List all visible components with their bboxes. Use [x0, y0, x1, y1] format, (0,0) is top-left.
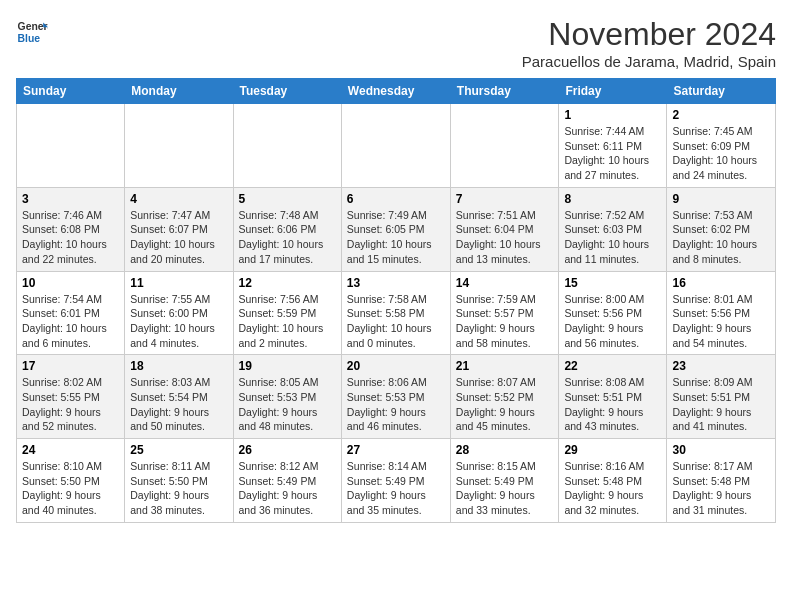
calendar-cell: 3Sunrise: 7:46 AM Sunset: 6:08 PM Daylig…: [17, 187, 125, 271]
day-info: Sunrise: 8:00 AM Sunset: 5:56 PM Dayligh…: [564, 292, 661, 351]
day-info: Sunrise: 7:44 AM Sunset: 6:11 PM Dayligh…: [564, 124, 661, 183]
day-number: 24: [22, 443, 119, 457]
day-number: 5: [239, 192, 336, 206]
weekday-header-monday: Monday: [125, 79, 233, 104]
calendar-cell: 25Sunrise: 8:11 AM Sunset: 5:50 PM Dayli…: [125, 439, 233, 523]
day-info: Sunrise: 7:59 AM Sunset: 5:57 PM Dayligh…: [456, 292, 554, 351]
day-info: Sunrise: 8:07 AM Sunset: 5:52 PM Dayligh…: [456, 375, 554, 434]
day-number: 8: [564, 192, 661, 206]
calendar-cell: 20Sunrise: 8:06 AM Sunset: 5:53 PM Dayli…: [341, 355, 450, 439]
weekday-header-saturday: Saturday: [667, 79, 776, 104]
weekday-header-tuesday: Tuesday: [233, 79, 341, 104]
calendar-cell: [341, 104, 450, 188]
logo-icon: General Blue: [16, 16, 48, 48]
day-number: 27: [347, 443, 445, 457]
day-number: 30: [672, 443, 770, 457]
day-info: Sunrise: 8:15 AM Sunset: 5:49 PM Dayligh…: [456, 459, 554, 518]
calendar-table: SundayMondayTuesdayWednesdayThursdayFrid…: [16, 78, 776, 523]
day-number: 19: [239, 359, 336, 373]
day-info: Sunrise: 7:58 AM Sunset: 5:58 PM Dayligh…: [347, 292, 445, 351]
calendar-cell: 30Sunrise: 8:17 AM Sunset: 5:48 PM Dayli…: [667, 439, 776, 523]
day-number: 10: [22, 276, 119, 290]
calendar-cell: 23Sunrise: 8:09 AM Sunset: 5:51 PM Dayli…: [667, 355, 776, 439]
calendar-cell: 2Sunrise: 7:45 AM Sunset: 6:09 PM Daylig…: [667, 104, 776, 188]
day-number: 2: [672, 108, 770, 122]
day-info: Sunrise: 8:10 AM Sunset: 5:50 PM Dayligh…: [22, 459, 119, 518]
day-info: Sunrise: 7:47 AM Sunset: 6:07 PM Dayligh…: [130, 208, 227, 267]
day-info: Sunrise: 8:12 AM Sunset: 5:49 PM Dayligh…: [239, 459, 336, 518]
calendar-week-row: 24Sunrise: 8:10 AM Sunset: 5:50 PM Dayli…: [17, 439, 776, 523]
day-info: Sunrise: 8:05 AM Sunset: 5:53 PM Dayligh…: [239, 375, 336, 434]
day-number: 18: [130, 359, 227, 373]
calendar-cell: [17, 104, 125, 188]
calendar-cell: 14Sunrise: 7:59 AM Sunset: 5:57 PM Dayli…: [450, 271, 559, 355]
day-number: 11: [130, 276, 227, 290]
day-info: Sunrise: 8:02 AM Sunset: 5:55 PM Dayligh…: [22, 375, 119, 434]
calendar-cell: 22Sunrise: 8:08 AM Sunset: 5:51 PM Dayli…: [559, 355, 667, 439]
day-info: Sunrise: 8:08 AM Sunset: 5:51 PM Dayligh…: [564, 375, 661, 434]
day-info: Sunrise: 7:52 AM Sunset: 6:03 PM Dayligh…: [564, 208, 661, 267]
page-header: General Blue November 2024 Paracuellos d…: [16, 16, 776, 70]
day-number: 17: [22, 359, 119, 373]
day-number: 6: [347, 192, 445, 206]
day-number: 7: [456, 192, 554, 206]
calendar-cell: 28Sunrise: 8:15 AM Sunset: 5:49 PM Dayli…: [450, 439, 559, 523]
calendar-cell: 1Sunrise: 7:44 AM Sunset: 6:11 PM Daylig…: [559, 104, 667, 188]
calendar-cell: [125, 104, 233, 188]
calendar-cell: [450, 104, 559, 188]
day-number: 15: [564, 276, 661, 290]
calendar-week-row: 10Sunrise: 7:54 AM Sunset: 6:01 PM Dayli…: [17, 271, 776, 355]
day-info: Sunrise: 7:46 AM Sunset: 6:08 PM Dayligh…: [22, 208, 119, 267]
calendar-cell: 26Sunrise: 8:12 AM Sunset: 5:49 PM Dayli…: [233, 439, 341, 523]
svg-text:Blue: Blue: [18, 33, 41, 44]
weekday-header-sunday: Sunday: [17, 79, 125, 104]
logo: General Blue: [16, 16, 48, 48]
day-info: Sunrise: 8:06 AM Sunset: 5:53 PM Dayligh…: [347, 375, 445, 434]
calendar-cell: 12Sunrise: 7:56 AM Sunset: 5:59 PM Dayli…: [233, 271, 341, 355]
calendar-cell: 16Sunrise: 8:01 AM Sunset: 5:56 PM Dayli…: [667, 271, 776, 355]
calendar-week-row: 1Sunrise: 7:44 AM Sunset: 6:11 PM Daylig…: [17, 104, 776, 188]
calendar-cell: 7Sunrise: 7:51 AM Sunset: 6:04 PM Daylig…: [450, 187, 559, 271]
day-number: 3: [22, 192, 119, 206]
calendar-cell: 4Sunrise: 7:47 AM Sunset: 6:07 PM Daylig…: [125, 187, 233, 271]
calendar-cell: 15Sunrise: 8:00 AM Sunset: 5:56 PM Dayli…: [559, 271, 667, 355]
calendar-week-row: 3Sunrise: 7:46 AM Sunset: 6:08 PM Daylig…: [17, 187, 776, 271]
day-number: 22: [564, 359, 661, 373]
title-block: November 2024 Paracuellos de Jarama, Mad…: [522, 16, 776, 70]
calendar-cell: 29Sunrise: 8:16 AM Sunset: 5:48 PM Dayli…: [559, 439, 667, 523]
calendar-cell: 13Sunrise: 7:58 AM Sunset: 5:58 PM Dayli…: [341, 271, 450, 355]
calendar-cell: 11Sunrise: 7:55 AM Sunset: 6:00 PM Dayli…: [125, 271, 233, 355]
day-number: 26: [239, 443, 336, 457]
day-number: 14: [456, 276, 554, 290]
day-number: 1: [564, 108, 661, 122]
weekday-header-friday: Friday: [559, 79, 667, 104]
day-info: Sunrise: 7:48 AM Sunset: 6:06 PM Dayligh…: [239, 208, 336, 267]
calendar-cell: 6Sunrise: 7:49 AM Sunset: 6:05 PM Daylig…: [341, 187, 450, 271]
calendar-cell: [233, 104, 341, 188]
calendar-cell: 10Sunrise: 7:54 AM Sunset: 6:01 PM Dayli…: [17, 271, 125, 355]
calendar-cell: 24Sunrise: 8:10 AM Sunset: 5:50 PM Dayli…: [17, 439, 125, 523]
day-info: Sunrise: 7:51 AM Sunset: 6:04 PM Dayligh…: [456, 208, 554, 267]
calendar-cell: 21Sunrise: 8:07 AM Sunset: 5:52 PM Dayli…: [450, 355, 559, 439]
day-info: Sunrise: 7:54 AM Sunset: 6:01 PM Dayligh…: [22, 292, 119, 351]
day-info: Sunrise: 8:14 AM Sunset: 5:49 PM Dayligh…: [347, 459, 445, 518]
weekday-header-row: SundayMondayTuesdayWednesdayThursdayFrid…: [17, 79, 776, 104]
weekday-header-wednesday: Wednesday: [341, 79, 450, 104]
location-subtitle: Paracuellos de Jarama, Madrid, Spain: [522, 53, 776, 70]
day-number: 12: [239, 276, 336, 290]
calendar-cell: 27Sunrise: 8:14 AM Sunset: 5:49 PM Dayli…: [341, 439, 450, 523]
day-number: 13: [347, 276, 445, 290]
day-number: 16: [672, 276, 770, 290]
day-info: Sunrise: 7:45 AM Sunset: 6:09 PM Dayligh…: [672, 124, 770, 183]
day-info: Sunrise: 8:16 AM Sunset: 5:48 PM Dayligh…: [564, 459, 661, 518]
calendar-cell: 17Sunrise: 8:02 AM Sunset: 5:55 PM Dayli…: [17, 355, 125, 439]
calendar-cell: 8Sunrise: 7:52 AM Sunset: 6:03 PM Daylig…: [559, 187, 667, 271]
day-number: 23: [672, 359, 770, 373]
day-number: 4: [130, 192, 227, 206]
day-info: Sunrise: 7:53 AM Sunset: 6:02 PM Dayligh…: [672, 208, 770, 267]
day-info: Sunrise: 8:09 AM Sunset: 5:51 PM Dayligh…: [672, 375, 770, 434]
month-title: November 2024: [522, 16, 776, 53]
day-number: 29: [564, 443, 661, 457]
day-number: 9: [672, 192, 770, 206]
calendar-cell: 9Sunrise: 7:53 AM Sunset: 6:02 PM Daylig…: [667, 187, 776, 271]
